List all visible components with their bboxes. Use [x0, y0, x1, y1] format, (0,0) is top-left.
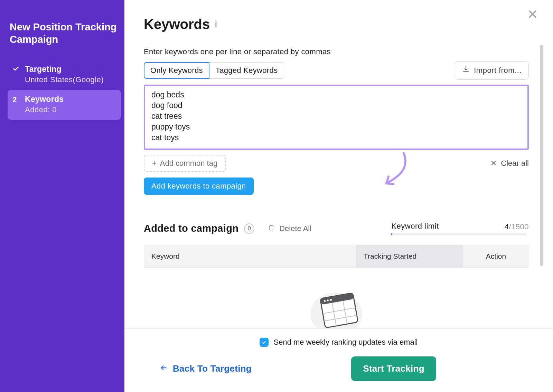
info-icon[interactable]: i	[215, 19, 217, 30]
kw-line: dog food	[151, 100, 521, 111]
kw-line: cat trees	[151, 111, 521, 122]
clear-all-button[interactable]: ✕ Clear all	[490, 159, 529, 168]
close-icon: ✕	[490, 159, 497, 168]
step-number: 2	[12, 95, 17, 104]
add-tag-label: Add common tag	[160, 159, 217, 168]
add-common-tag-button[interactable]: + Add common tag	[144, 155, 226, 172]
trash-icon	[268, 224, 275, 233]
col-action: Action	[463, 252, 529, 260]
import-label: Import from...	[474, 66, 522, 75]
keywords-textarea[interactable]: dog beds dog food cat trees puppy toys c…	[144, 85, 529, 150]
added-to-campaign-title: Added to campaign	[144, 223, 238, 234]
step-name: Keywords	[25, 95, 64, 104]
weekly-email-checkbox[interactable]	[260, 338, 269, 347]
wizard-step-keywords[interactable]: 2 Keywords Added: 0	[8, 90, 121, 120]
added-count-badge: 0	[244, 223, 254, 234]
wizard-footer: Send me weekly ranking updates via email…	[124, 328, 553, 392]
keywords-hint: Enter keywords one per line or separated…	[144, 47, 529, 56]
limit-progress	[391, 233, 526, 235]
close-button[interactable]	[527, 8, 538, 21]
col-tracking-label: Tracking Started	[364, 252, 416, 260]
page-title: Keywords	[144, 17, 210, 32]
vertical-scrollbar[interactable]	[540, 45, 543, 266]
clear-all-label: Clear all	[501, 159, 529, 168]
download-icon	[462, 66, 470, 75]
wizard-sidebar: New Position Tracking Campaign Targeting…	[0, 0, 124, 392]
step-sub: Added: 0	[25, 105, 64, 114]
limit-max: /1500	[509, 222, 529, 231]
kw-line: puppy toys	[151, 122, 521, 132]
col-keyword[interactable]: Keyword	[144, 252, 356, 260]
wizard-step-targeting[interactable]: Targeting United States(Google)	[8, 60, 121, 90]
segment-only-keywords[interactable]: Only Keywords	[144, 62, 209, 79]
kw-line: dog beds	[151, 89, 521, 100]
sidebar-title: New Position Tracking Campaign	[8, 21, 121, 46]
step-sub: United States(Google)	[25, 75, 104, 84]
add-keywords-button[interactable]: Add keywords to campaign	[144, 178, 254, 195]
import-from-button[interactable]: Import from...	[455, 61, 529, 80]
back-to-targeting-link[interactable]: Back To Targeting	[159, 363, 252, 374]
campaign-table: Keyword Tracking Started Action	[144, 245, 529, 268]
limit-label: Keyword limit	[391, 222, 439, 231]
step-name: Targeting	[25, 65, 104, 74]
delete-all-label: Delete All	[279, 224, 311, 233]
delete-all-button[interactable]: Delete All	[268, 224, 311, 233]
back-label: Back To Targeting	[173, 363, 252, 374]
start-tracking-button[interactable]: Start Tracking	[351, 356, 436, 381]
arrow-left-icon	[159, 363, 168, 374]
plus-icon: +	[152, 159, 157, 168]
keyword-limit: Keyword limit 4/1500	[391, 222, 529, 235]
weekly-email-label: Send me weekly ranking updates via email	[273, 338, 418, 347]
keyword-mode-segments: Only Keywords Tagged Keywords	[144, 62, 284, 79]
segment-tagged-keywords[interactable]: Tagged Keywords	[209, 62, 284, 79]
check-icon	[12, 65, 19, 74]
sort-icon	[420, 252, 426, 260]
limit-used: 4	[505, 222, 509, 231]
col-tracking-started[interactable]: Tracking Started	[356, 245, 463, 267]
kw-line: cat toys	[151, 132, 521, 143]
